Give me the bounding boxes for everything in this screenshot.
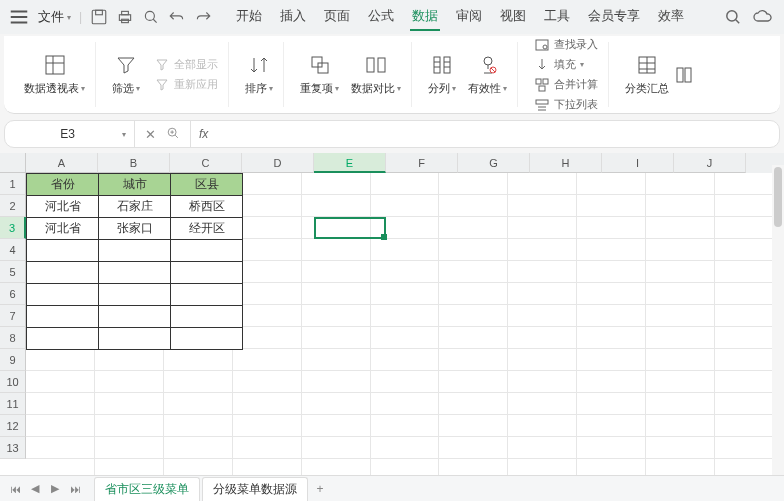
cell[interactable] xyxy=(164,393,233,415)
cell[interactable] xyxy=(646,415,715,437)
table-cell[interactable]: 石家庄 xyxy=(99,196,171,218)
table-header[interactable]: 区县 xyxy=(171,174,243,196)
next-sheet-icon[interactable]: ▶ xyxy=(46,480,64,498)
cell[interactable] xyxy=(646,371,715,393)
cell[interactable] xyxy=(508,217,577,239)
cell[interactable] xyxy=(371,195,440,217)
cell[interactable] xyxy=(26,437,95,459)
cell[interactable] xyxy=(577,173,646,195)
undo-icon[interactable] xyxy=(168,8,186,26)
table-header[interactable]: 城市 xyxy=(99,174,171,196)
tab-公式[interactable]: 公式 xyxy=(366,3,396,31)
col-header-G[interactable]: G xyxy=(458,153,530,173)
cell[interactable] xyxy=(233,437,302,459)
cell[interactable] xyxy=(508,393,577,415)
pivot-table-button[interactable]: 数据透视表▾ xyxy=(20,49,89,100)
cell[interactable] xyxy=(95,349,164,371)
cell[interactable] xyxy=(233,349,302,371)
cell[interactable] xyxy=(164,415,233,437)
cell[interactable] xyxy=(302,195,371,217)
row-header-8[interactable]: 8 xyxy=(0,327,26,349)
show-all-button[interactable]: 全部显示 xyxy=(154,56,218,74)
cell[interactable] xyxy=(371,173,440,195)
cell[interactable] xyxy=(508,261,577,283)
cancel-icon[interactable]: ✕ xyxy=(145,127,156,142)
prev-sheet-icon[interactable]: ◀ xyxy=(26,480,44,498)
cell[interactable] xyxy=(577,261,646,283)
table-cell[interactable]: 河北省 xyxy=(27,196,99,218)
cell[interactable] xyxy=(439,415,508,437)
cell[interactable] xyxy=(508,305,577,327)
cell[interactable] xyxy=(439,283,508,305)
tab-审阅[interactable]: 审阅 xyxy=(454,3,484,31)
row-header-3[interactable]: 3 xyxy=(0,217,26,239)
col-header-H[interactable]: H xyxy=(530,153,602,173)
table-cell[interactable] xyxy=(99,328,171,350)
col-header-I[interactable]: I xyxy=(602,153,674,173)
cell[interactable] xyxy=(508,283,577,305)
cell[interactable] xyxy=(439,349,508,371)
reapply-button[interactable]: 重新应用 xyxy=(154,76,218,94)
tab-视图[interactable]: 视图 xyxy=(498,3,528,31)
row-header-11[interactable]: 11 xyxy=(0,393,26,415)
text-to-columns-button[interactable]: 分列▾ xyxy=(424,49,460,100)
sheet-tab[interactable]: 分级菜单数据源 xyxy=(202,477,308,502)
table-cell[interactable] xyxy=(171,284,243,306)
cell[interactable] xyxy=(302,371,371,393)
cell[interactable] xyxy=(439,305,508,327)
cell[interactable] xyxy=(439,437,508,459)
filter-button[interactable]: 筛选▾ xyxy=(108,49,144,100)
cell[interactable] xyxy=(233,195,302,217)
first-sheet-icon[interactable]: ⏮ xyxy=(6,480,24,498)
cell[interactable] xyxy=(646,195,715,217)
select-all-corner[interactable] xyxy=(0,153,26,173)
cloud-icon[interactable] xyxy=(752,8,776,26)
cell[interactable] xyxy=(577,217,646,239)
zoom-icon[interactable] xyxy=(166,126,180,143)
print-icon[interactable] xyxy=(116,8,134,26)
row-header-6[interactable]: 6 xyxy=(0,283,26,305)
vertical-scrollbar[interactable] xyxy=(772,165,784,475)
cell[interactable] xyxy=(646,349,715,371)
data-compare-button[interactable]: 数据对比▾ xyxy=(347,49,405,100)
tab-会员专享[interactable]: 会员专享 xyxy=(586,3,642,31)
cell[interactable] xyxy=(233,239,302,261)
cell[interactable] xyxy=(26,349,95,371)
cell[interactable] xyxy=(302,239,371,261)
cell[interactable] xyxy=(508,239,577,261)
validation-button[interactable]: 有效性▾ xyxy=(464,49,511,100)
cell[interactable] xyxy=(95,371,164,393)
cell[interactable] xyxy=(646,173,715,195)
cell[interactable] xyxy=(646,327,715,349)
table-cell[interactable]: 张家口 xyxy=(99,218,171,240)
cell[interactable] xyxy=(577,437,646,459)
table-cell[interactable]: 经开区 xyxy=(171,218,243,240)
cell[interactable] xyxy=(439,261,508,283)
cell[interactable] xyxy=(577,305,646,327)
table-cell[interactable] xyxy=(171,240,243,262)
cell[interactable] xyxy=(371,217,440,239)
table-cell[interactable] xyxy=(99,284,171,306)
row-header-10[interactable]: 10 xyxy=(0,371,26,393)
cell[interactable] xyxy=(302,349,371,371)
redo-icon[interactable] xyxy=(194,8,212,26)
col-header-D[interactable]: D xyxy=(242,153,314,173)
cell[interactable] xyxy=(302,437,371,459)
row-header-9[interactable]: 9 xyxy=(0,349,26,371)
cell[interactable] xyxy=(508,173,577,195)
preview-icon[interactable] xyxy=(142,8,160,26)
cell[interactable] xyxy=(371,371,440,393)
cell[interactable] xyxy=(439,327,508,349)
cell[interactable] xyxy=(95,415,164,437)
cell[interactable] xyxy=(508,371,577,393)
cell[interactable] xyxy=(233,173,302,195)
row-header-2[interactable]: 2 xyxy=(0,195,26,217)
cell[interactable] xyxy=(302,393,371,415)
cell[interactable] xyxy=(302,415,371,437)
row-header-4[interactable]: 4 xyxy=(0,239,26,261)
cell[interactable] xyxy=(26,393,95,415)
cell[interactable] xyxy=(371,305,440,327)
cell[interactable] xyxy=(95,437,164,459)
cell[interactable] xyxy=(646,305,715,327)
col-header-B[interactable]: B xyxy=(98,153,170,173)
